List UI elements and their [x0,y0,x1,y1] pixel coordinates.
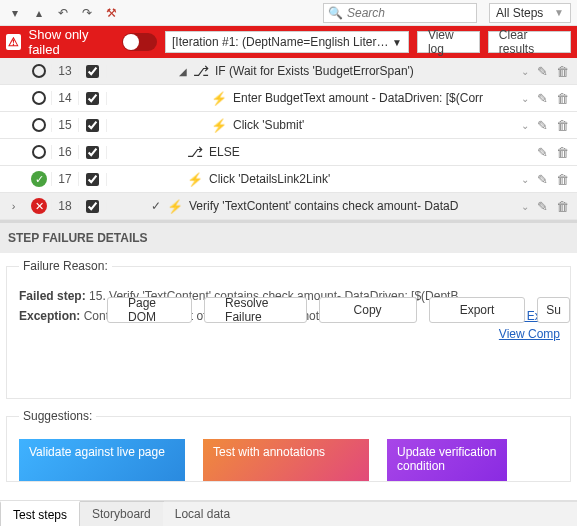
suggestion-validate-label: Validate against live page [29,445,165,459]
copy-label: Copy [354,303,382,317]
redo-icon[interactable]: ↷ [78,4,96,22]
caret-up-icon[interactable]: ▴ [30,4,48,22]
delete-icon[interactable]: 🗑 [556,118,569,133]
search-icon: 🔍 [328,6,343,20]
step-grid: 13 ◢ ⎇ IF (Wait for Exists 'BudgetErrorS… [0,58,577,220]
view-complete-link[interactable]: View Comp [498,325,560,343]
page-dom-button[interactable]: Page DOM [107,297,192,323]
step-row[interactable]: 15 ⚡ Click 'Submit' ⌄ ✎ 🗑 [0,112,577,139]
tab-test-steps[interactable]: Test steps [0,501,80,526]
step-row[interactable]: ✓ 17 ⚡ Click 'DetailsLink2Link' ⌄ ✎ 🗑 [0,166,577,193]
edit-icon[interactable]: ✎ [537,64,548,79]
failed-step-label: Failed step: [19,289,86,303]
step-number: 16 [51,145,79,159]
chevron-down-icon[interactable]: ⌄ [521,174,529,185]
resolve-failure-button[interactable]: Resolve Failure [204,297,307,323]
status-pass-icon: ✓ [31,171,47,187]
delete-icon[interactable]: 🗑 [556,145,569,160]
step-enabled-checkbox[interactable] [86,119,99,132]
edit-icon[interactable]: ✎ [537,91,548,106]
step-enabled-checkbox[interactable] [86,65,99,78]
edit-icon[interactable]: ✎ [537,199,548,214]
step-text: ELSE [209,145,240,159]
step-row[interactable]: 14 ⚡ Enter BudgetText amount - DataDrive… [0,85,577,112]
failure-reason-legend: Failure Reason: [19,259,112,273]
delete-icon[interactable]: 🗑 [556,64,569,79]
search-input[interactable] [347,6,472,20]
step-text: Enter BudgetText amount - DataDriven: [$… [233,91,483,105]
delete-icon[interactable]: 🗑 [556,91,569,106]
resolve-failure-label: Resolve Failure [225,296,286,324]
step-enabled-checkbox[interactable] [86,200,99,213]
step-text: Click 'DetailsLink2Link' [209,172,330,186]
step-enabled-checkbox[interactable] [86,92,99,105]
edit-icon[interactable]: ✎ [537,172,548,187]
action-icon: ⚡ [211,118,227,133]
show-only-failed-toggle[interactable] [122,33,157,51]
step-number: 15 [51,118,79,132]
tab-test-steps-label: Test steps [13,508,67,522]
submit-button[interactable]: Su [537,297,570,323]
branch-icon: ⎇ [187,144,203,160]
export-label: Export [460,303,495,317]
tool-icon[interactable]: ⚒ [102,4,120,22]
view-log-label: View log [428,28,469,56]
steps-filter-dropdown[interactable]: All Steps ▼ [489,3,571,23]
step-enabled-checkbox[interactable] [86,146,99,159]
step-number: 14 [51,91,79,105]
step-row[interactable]: 16 ⎇ ELSE ✎ 🗑 [0,139,577,166]
page-dom-label: Page DOM [128,296,171,324]
tab-local-data[interactable]: Local data [163,502,242,526]
chevron-down-icon[interactable]: ⌄ [521,93,529,104]
clear-results-button[interactable]: Clear results [488,31,571,53]
chevron-down-icon: ▼ [554,7,564,18]
step-row[interactable]: 13 ◢ ⎇ IF (Wait for Exists 'BudgetErrorS… [0,58,577,85]
chevron-down-icon[interactable]: ⌄ [521,201,529,212]
caret-down-icon[interactable]: ▾ [6,4,24,22]
suggestions-legend: Suggestions: [19,409,96,423]
bottom-tab-bar: Test steps Storyboard Local data [0,500,577,526]
view-log-button[interactable]: View log [417,31,480,53]
delete-icon[interactable]: 🗑 [556,172,569,187]
step-text: IF (Wait for Exists 'BudgetErrorSpan') [215,64,414,78]
status-fail-icon: ✕ [31,198,47,214]
failure-details-panel: Failure Reason: Failed step: 15. Verify … [6,259,571,399]
suggestion-validate-card[interactable]: Validate against live page [19,439,185,481]
action-icon: ⚡ [187,172,203,187]
action-icon: ⚡ [167,199,183,214]
status-unknown-icon [32,118,46,132]
step-number: 17 [51,172,79,186]
chevron-down-icon: ▼ [392,37,402,48]
suggestion-test-annotations-card[interactable]: Test with annotations [203,439,369,481]
expand-row-icon[interactable]: › [12,200,16,212]
edit-icon[interactable]: ✎ [537,118,548,133]
edit-icon[interactable]: ✎ [537,145,548,160]
search-input-wrap[interactable]: 🔍 [323,3,477,23]
step-number: 18 [51,199,79,213]
undo-icon[interactable]: ↶ [54,4,72,22]
step-enabled-checkbox[interactable] [86,173,99,186]
status-unknown-icon [32,145,46,159]
export-button[interactable]: Export [429,297,526,323]
collapse-icon[interactable]: ◢ [179,66,187,77]
show-only-failed-label: Show only failed [29,27,115,57]
suggestion-update-verification-label: Update verification condition [397,445,496,473]
iteration-label: [Iteration #1: (DeptName=English Literat… [172,35,392,49]
steps-filter-label: All Steps [496,6,543,20]
suggestion-update-verification-card[interactable]: Update verification condition [387,439,507,481]
top-toolbar: ▾ ▴ ↶ ↷ ⚒ 🔍 All Steps ▼ [0,0,577,26]
submit-label: Su [546,303,561,317]
chevron-down-icon[interactable]: ⌄ [521,120,529,131]
step-text: Click 'Submit' [233,118,304,132]
tab-storyboard[interactable]: Storyboard [79,501,164,526]
status-unknown-icon [32,91,46,105]
delete-icon[interactable]: 🗑 [556,199,569,214]
clear-results-label: Clear results [499,28,560,56]
status-unknown-icon [32,64,46,78]
chevron-down-icon[interactable]: ⌄ [521,66,529,77]
step-row[interactable]: › ✕ 18 ✓ ⚡ Verify 'TextContent' contains… [0,193,577,220]
iteration-dropdown[interactable]: [Iteration #1: (DeptName=English Literat… [165,31,409,53]
branch-icon: ⎇ [193,63,209,79]
verify-icon: ✓ [151,199,161,213]
copy-button[interactable]: Copy [319,297,417,323]
